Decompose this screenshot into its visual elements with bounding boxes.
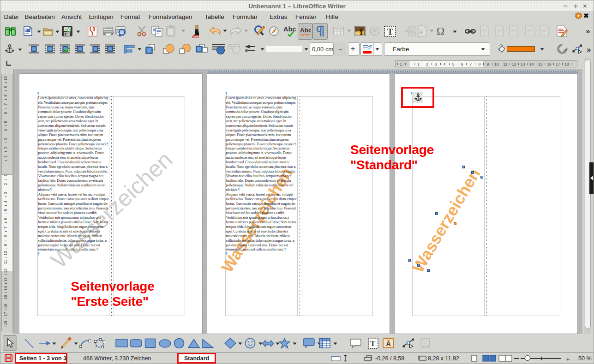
svg-text:T: T <box>387 27 393 36</box>
svg-text:T: T <box>370 339 376 348</box>
svg-text:Abc: Abc <box>283 25 296 33</box>
svg-text:#: # <box>420 28 423 35</box>
svg-text:Ω: Ω <box>437 26 444 36</box>
svg-text:Abc: Abc <box>300 27 311 34</box>
svg-text:A: A <box>386 340 391 347</box>
